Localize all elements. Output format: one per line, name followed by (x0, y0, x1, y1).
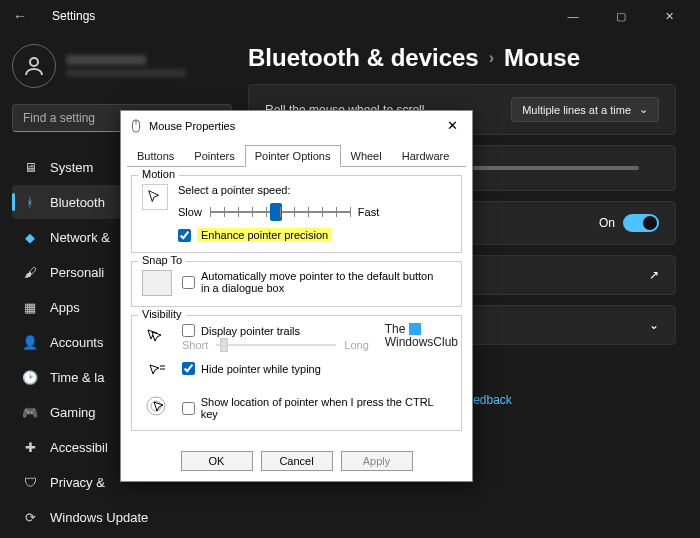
close-button[interactable]: ✕ (646, 0, 692, 32)
hover-toggle[interactable] (623, 214, 659, 232)
scroll-dropdown[interactable]: Multiple lines at a time ⌄ (511, 97, 659, 122)
apply-button[interactable]: Apply (341, 451, 413, 471)
nav-label: Network & (50, 230, 110, 245)
nav-label: System (50, 160, 93, 175)
nav-label: Time & la (50, 370, 104, 385)
chevron-down-icon: ⌄ (639, 103, 648, 116)
hide-typing-checkbox[interactable] (182, 362, 195, 375)
nav-label: Accounts (50, 335, 103, 350)
trails-icon (142, 324, 172, 350)
mouse-properties-dialog: Mouse Properties ✕ ButtonsPointersPointe… (120, 110, 473, 482)
tab-pointers[interactable]: Pointers (184, 145, 244, 167)
snapto-fieldset: Snap To Automatically move pointer to th… (131, 261, 462, 307)
pointer-speed-icon (142, 184, 168, 210)
window-title: Settings (52, 9, 95, 23)
snap-checkbox[interactable] (182, 276, 195, 289)
profile[interactable] (12, 44, 232, 88)
nav-icon: ◆ (22, 229, 38, 245)
trails-checkbox[interactable] (182, 324, 195, 337)
back-button[interactable]: ← (8, 8, 32, 24)
hide-typing-icon (142, 359, 172, 385)
external-link-icon: ↗ (649, 268, 659, 282)
ok-button[interactable]: OK (181, 451, 253, 471)
dialog-titlebar[interactable]: Mouse Properties ✕ (121, 111, 472, 140)
dialog-title: Mouse Properties (149, 120, 235, 132)
breadcrumb-current: Mouse (504, 44, 580, 72)
nav-label: Gaming (50, 405, 96, 420)
breadcrumb: Bluetooth & devices › Mouse (248, 44, 676, 72)
nav-label: Personali (50, 265, 104, 280)
watermark: The WindowsClub (385, 323, 458, 349)
nav-label: Windows Update (50, 510, 148, 525)
window-titlebar: ← Settings — ▢ ✕ (0, 0, 700, 32)
minimize-button[interactable]: — (550, 0, 596, 32)
nav-icon: ✚ (22, 439, 38, 455)
nav-icon: ᚼ (22, 194, 38, 210)
enhance-precision-label: Enhance pointer precision (197, 228, 332, 242)
nav-icon: 🕑 (22, 369, 38, 385)
tab-buttons[interactable]: Buttons (127, 145, 184, 167)
ctrl-locate-checkbox[interactable] (182, 402, 195, 415)
search-placeholder: Find a setting (23, 111, 95, 125)
motion-fieldset: Motion Select a pointer speed: Slow Fast (131, 175, 462, 253)
pointer-speed-label: Select a pointer speed: (178, 184, 451, 196)
enhance-precision-checkbox[interactable] (178, 229, 191, 242)
nav-label: Apps (50, 300, 80, 315)
snap-icon (142, 270, 172, 296)
svg-point-0 (30, 58, 38, 66)
mouse-icon (129, 119, 143, 133)
nav-icon: ⟳ (22, 509, 38, 525)
nav-icon: 🎮 (22, 404, 38, 420)
tab-pointer-options[interactable]: Pointer Options (245, 145, 341, 167)
nav-icon: ▦ (22, 299, 38, 315)
profile-email (66, 69, 186, 77)
ctrl-locate-icon (142, 393, 172, 419)
profile-name (66, 55, 146, 65)
nav-icon: 🛡 (22, 474, 38, 490)
pointer-speed-slider[interactable] (210, 202, 350, 222)
chevron-right-icon: › (489, 49, 494, 67)
trails-slider (216, 344, 336, 346)
dialog-tabs: ButtonsPointersPointer OptionsWheelHardw… (121, 140, 472, 166)
nav-icon: 🖥 (22, 159, 38, 175)
nav-icon: 👤 (22, 334, 38, 350)
nav-icon: 🖌 (22, 264, 38, 280)
chevron-down-icon: ⌄ (649, 318, 659, 332)
nav-label: Bluetooth (50, 195, 105, 210)
tab-hardware[interactable]: Hardware (392, 145, 460, 167)
cancel-button[interactable]: Cancel (261, 451, 333, 471)
tab-wheel[interactable]: Wheel (341, 145, 392, 167)
dialog-close-button[interactable]: ✕ (441, 116, 464, 135)
breadcrumb-parent[interactable]: Bluetooth & devices (248, 44, 479, 72)
sidebar-item-windows-update[interactable]: ⟳Windows Update (12, 500, 232, 534)
maximize-button[interactable]: ▢ (598, 0, 644, 32)
snap-label: Automatically move pointer to the defaul… (201, 270, 441, 294)
nav-label: Privacy & (50, 475, 105, 490)
avatar (12, 44, 56, 88)
nav-label: Accessibil (50, 440, 108, 455)
